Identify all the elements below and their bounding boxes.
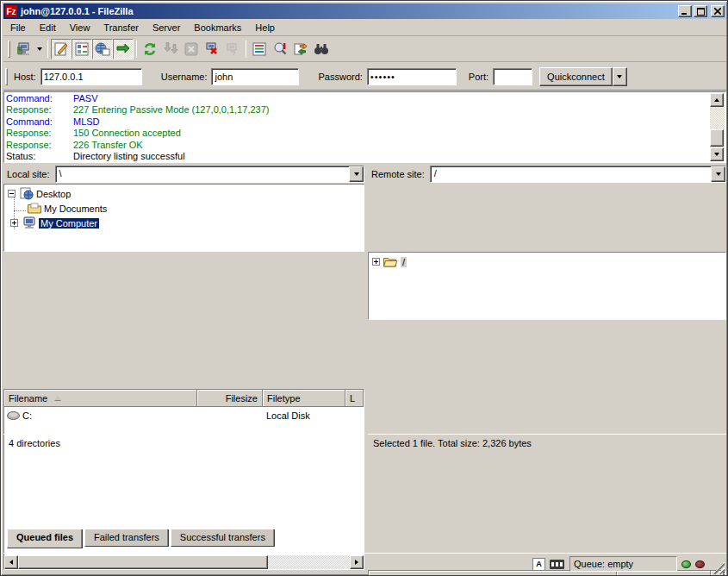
scroll-up-button[interactable] xyxy=(710,93,724,107)
tree-item-my-documents[interactable]: My Documents xyxy=(27,201,107,216)
file-row-c-drive[interactable]: C: Local Disk xyxy=(6,408,364,423)
sort-ascending-icon xyxy=(54,396,61,400)
quickconnect-dropdown[interactable] xyxy=(613,67,627,86)
local-site-combo-button[interactable] xyxy=(349,166,364,182)
arrow-down-icon xyxy=(714,153,719,156)
expand-icon[interactable] xyxy=(372,258,380,266)
column-header-filename[interactable]: Filename xyxy=(4,390,197,407)
synchronized-browsing-button[interactable] xyxy=(290,39,311,59)
local-list-header: Filename Filesize Filetype L xyxy=(4,390,364,407)
menu-server[interactable]: Server xyxy=(146,20,187,35)
expand-icon[interactable] xyxy=(10,219,18,227)
speed-limit-icon xyxy=(550,560,564,569)
toolbar-separator xyxy=(47,41,48,58)
sync-browsing-icon xyxy=(293,41,308,57)
reconnect-button[interactable] xyxy=(222,39,243,59)
menu-transfer[interactable]: Transfer xyxy=(96,20,146,35)
site-manager-button[interactable] xyxy=(13,39,34,59)
remote-site-combo-button[interactable] xyxy=(711,166,725,182)
log-scrollbar[interactable] xyxy=(710,93,725,161)
collapse-icon[interactable] xyxy=(8,190,16,197)
tab-successful-transfers[interactable]: Successful transfers xyxy=(171,529,275,547)
reconnect-icon xyxy=(225,41,240,57)
port-input[interactable] xyxy=(493,68,532,85)
process-queue-button[interactable] xyxy=(160,39,181,59)
my-computer-icon xyxy=(22,216,36,229)
local-directory-tree[interactable]: Desktop My Documents My Computer xyxy=(3,184,364,252)
chevron-down-icon xyxy=(716,172,721,176)
toolbar xyxy=(3,37,726,62)
disconnect-button[interactable] xyxy=(202,39,222,59)
close-button[interactable] xyxy=(711,5,725,17)
log-line: Status:Directory listing successful xyxy=(6,151,724,162)
log-line: Command:PASV xyxy=(6,93,724,104)
column-header-lastmodified-truncated[interactable]: L xyxy=(345,390,364,407)
menu-edit[interactable]: Edit xyxy=(33,20,63,35)
open-folder-icon xyxy=(383,255,398,268)
cancel-operation-button[interactable] xyxy=(181,39,202,59)
toolbar-grip[interactable] xyxy=(8,41,10,58)
toggle-transfer-queue-button[interactable] xyxy=(113,39,134,59)
toolbar-separator xyxy=(246,41,246,58)
transfer-queue-icon xyxy=(115,41,131,57)
local-status-text: 4 directories xyxy=(3,434,364,453)
maximize-button[interactable] xyxy=(694,5,707,17)
toggle-local-tree-button[interactable] xyxy=(72,39,92,59)
tree-item-root[interactable]: / xyxy=(372,254,407,269)
title-bar[interactable]: Fz john@127.0.0.1 - FileZilla xyxy=(3,3,726,19)
filetype-cell: Local Disk xyxy=(266,410,310,421)
comparison-icon xyxy=(272,41,288,57)
toggle-remote-tree-button[interactable] xyxy=(92,39,113,59)
password-input[interactable] xyxy=(367,68,457,85)
column-header-filetype[interactable]: Filetype xyxy=(263,390,345,407)
scrollbar-thumb[interactable] xyxy=(710,129,724,147)
refresh-button[interactable] xyxy=(140,39,160,59)
remote-site-path: / xyxy=(431,166,711,182)
minimize-button[interactable] xyxy=(678,5,692,17)
menu-help[interactable]: Help xyxy=(248,20,282,35)
host-label: Host: xyxy=(14,72,36,82)
queue-tabs: Queued files Failed transfers Successful… xyxy=(3,529,726,550)
tree-item-desktop[interactable]: Desktop xyxy=(8,186,71,201)
host-input[interactable] xyxy=(40,68,142,85)
send-indicator-led xyxy=(695,560,705,568)
disconnect-icon xyxy=(204,41,220,57)
data-type-indicator-icon: A xyxy=(532,558,545,571)
username-input[interactable] xyxy=(211,68,299,85)
message-log-icon xyxy=(53,41,69,57)
find-files-button[interactable] xyxy=(311,39,332,59)
tree-item-my-computer[interactable]: My Computer xyxy=(8,216,99,230)
quickconnect-button[interactable]: Quickconnect xyxy=(539,67,613,86)
receive-indicator-led xyxy=(681,560,691,568)
queue-status-text: Queue: empty xyxy=(569,556,677,572)
drive-icon xyxy=(6,411,21,420)
site-manager-dropdown[interactable] xyxy=(34,39,45,59)
log-line: Response:226 Transfer OK xyxy=(6,140,724,151)
quickconnect-grip[interactable] xyxy=(5,68,8,85)
menu-view[interactable]: View xyxy=(63,20,97,35)
local-tree-icon xyxy=(74,41,90,57)
message-log[interactable]: Command:PASV Response:227 Entering Passi… xyxy=(3,91,726,163)
tab-failed-transfers[interactable]: Failed transfers xyxy=(84,529,169,547)
local-site-combo[interactable]: \ xyxy=(55,166,364,183)
menu-bookmarks[interactable]: Bookmarks xyxy=(187,20,248,35)
arrow-up-icon xyxy=(714,98,719,102)
window-title: john@127.0.0.1 - FileZilla xyxy=(21,6,676,16)
vertical-splitter[interactable] xyxy=(364,164,368,453)
directory-listing-filters-button[interactable] xyxy=(249,39,270,59)
tree-connector xyxy=(14,210,26,211)
menu-file[interactable]: File xyxy=(3,20,33,35)
column-header-filesize[interactable]: Filesize xyxy=(197,390,263,407)
minimize-icon xyxy=(681,9,688,15)
cancel-icon xyxy=(184,41,199,57)
resize-grip[interactable] xyxy=(712,561,725,574)
binoculars-icon xyxy=(314,41,329,57)
scroll-down-button[interactable] xyxy=(710,147,724,161)
directory-comparison-button[interactable] xyxy=(270,39,290,59)
remote-directory-tree[interactable]: / xyxy=(368,252,726,320)
chevron-down-icon xyxy=(37,47,42,51)
remote-site-combo[interactable]: / xyxy=(430,166,726,183)
menu-bar: File Edit View Transfer Server Bookmarks… xyxy=(3,19,726,36)
toggle-message-log-button[interactable] xyxy=(51,39,72,59)
tab-queued-files[interactable]: Queued files xyxy=(7,529,83,548)
